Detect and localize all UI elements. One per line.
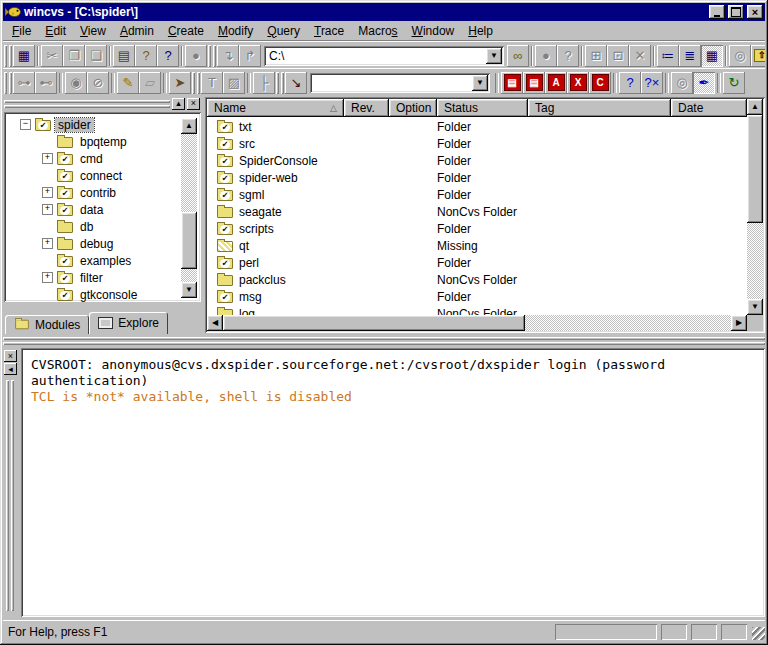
collapse-icon[interactable]: −: [20, 119, 31, 130]
search-icon[interactable]: ◎: [729, 45, 751, 67]
scroll-thumb[interactable]: [223, 315, 525, 331]
panel-close-button[interactable]: ×: [187, 98, 200, 110]
dock-gripper[interactable]: [6, 380, 9, 611]
column-header-status[interactable]: Status: [437, 99, 528, 117]
shell-icon[interactable]: ↘: [285, 72, 307, 94]
add-binary-icon[interactable]: ⊡: [607, 45, 629, 67]
expand-icon[interactable]: +: [42, 204, 53, 215]
menu-item-window[interactable]: Window: [405, 22, 462, 40]
browse-location-icon[interactable]: ∞: [507, 45, 529, 67]
edit-pencil-icon[interactable]: ✎: [117, 72, 139, 94]
refresh-icon[interactable]: ↻: [723, 72, 745, 94]
watch-icon[interactable]: ◉: [65, 72, 87, 94]
dock-gripper[interactable]: [4, 100, 170, 108]
menu-item-help[interactable]: Help: [461, 22, 500, 40]
filter-combo[interactable]: ▼: [310, 73, 490, 93]
file-row-packclus[interactable]: packclusNonCvs Folder: [207, 271, 747, 288]
close-button[interactable]: ×: [747, 5, 763, 19]
image-format-icon[interactable]: ▨: [223, 72, 245, 94]
stop-cvs-icon[interactable]: ●: [535, 45, 557, 67]
tree-item-spider[interactable]: −spider: [6, 116, 199, 133]
cut-icon[interactable]: ✂: [41, 45, 63, 67]
scroll-left-icon[interactable]: ◀: [207, 315, 223, 331]
column-header-rev[interactable]: Rev.: [344, 99, 389, 117]
cvs-log-icon[interactable]: ▤: [523, 72, 545, 94]
console-dock-bar[interactable]: × ◂: [3, 350, 20, 617]
about-help-icon[interactable]: ?: [135, 45, 157, 67]
tree-item-connect[interactable]: connect: [6, 167, 199, 184]
details-view-icon[interactable]: ▦: [701, 45, 723, 67]
menu-item-macros[interactable]: Macros: [351, 22, 404, 40]
text-format-icon[interactable]: T: [201, 72, 223, 94]
file-row-msg[interactable]: msgFolder: [207, 288, 747, 305]
release-icon[interactable]: ➤: [169, 72, 191, 94]
menu-item-create[interactable]: Create: [161, 22, 211, 40]
column-header-tag[interactable]: Tag: [528, 99, 671, 117]
menu-item-file[interactable]: File: [5, 22, 38, 40]
unlock-icon[interactable]: ⊷: [35, 72, 57, 94]
column-header-name[interactable]: Name△: [207, 99, 344, 117]
menu-item-edit[interactable]: Edit: [38, 22, 73, 40]
file-row-perl[interactable]: perlFolder: [207, 254, 747, 271]
add-file-icon[interactable]: ⊞: [585, 45, 607, 67]
tree-item-data[interactable]: +data: [6, 201, 199, 218]
stop-icon[interactable]: ●: [185, 45, 207, 67]
menu-item-query[interactable]: Query: [260, 22, 307, 40]
annotate-view-icon[interactable]: ✒: [693, 72, 715, 94]
file-row-qt[interactable]: qtMissing: [207, 237, 747, 254]
unwatch-icon[interactable]: ⊘: [87, 72, 109, 94]
maximize-button[interactable]: [728, 5, 744, 19]
column-header-option[interactable]: Option: [389, 99, 437, 117]
list-vscrollbar[interactable]: ▲ ▼: [747, 99, 763, 315]
copy-icon[interactable]: ❐: [63, 45, 85, 67]
tree-item-gtkconsole[interactable]: gtkconsole: [6, 286, 199, 302]
cvs-help-icon[interactable]: ?: [557, 45, 579, 67]
console-output[interactable]: CVSROOT: anonymous@cvs.dxspider.sourcefo…: [21, 348, 765, 617]
expand-icon[interactable]: +: [42, 272, 53, 283]
cvs-status-icon[interactable]: X: [567, 72, 589, 94]
tree-item-cmd[interactable]: +cmd: [6, 150, 199, 167]
scroll-thumb[interactable]: [181, 212, 197, 270]
flat-view-icon[interactable]: ≔: [657, 45, 679, 67]
checkout-module-icon[interactable]: ↴: [217, 45, 239, 67]
context-help-icon[interactable]: ?: [157, 45, 179, 67]
menu-item-trace[interactable]: Trace: [307, 22, 351, 40]
scroll-down-icon[interactable]: ▼: [747, 299, 763, 315]
resize-grip[interactable]: [752, 627, 765, 640]
cvs-commit-icon[interactable]: C: [589, 72, 611, 94]
panel-pin-button[interactable]: ▴: [172, 98, 185, 110]
menu-item-modify[interactable]: Modify: [211, 22, 260, 40]
paste-icon[interactable]: ❏: [85, 45, 107, 67]
toolbar-gripper[interactable]: [192, 72, 200, 94]
tree-item-examples[interactable]: examples: [6, 252, 199, 269]
toolbar-gripper[interactable]: [4, 72, 12, 94]
scroll-up-icon[interactable]: ▲: [747, 99, 763, 115]
cvs-annotate-icon[interactable]: A: [545, 72, 567, 94]
toolbar-gripper[interactable]: [4, 45, 12, 67]
list-hscrollbar[interactable]: ◀ ▶: [207, 315, 747, 331]
scroll-right-icon[interactable]: ▶: [731, 315, 747, 331]
menu-item-admin[interactable]: Admin: [113, 22, 161, 40]
cvs-update-icon[interactable]: ▤: [501, 72, 523, 94]
file-row-scripts[interactable]: scriptsFolder: [207, 220, 747, 237]
file-row-sgml[interactable]: sgmlFolder: [207, 186, 747, 203]
minimize-button[interactable]: [709, 5, 725, 19]
file-row-spider-web[interactable]: spider-webFolder: [207, 169, 747, 186]
file-row-txt[interactable]: txtFolder: [207, 118, 747, 135]
chevron-down-icon[interactable]: ▼: [472, 75, 488, 91]
lock-icon[interactable]: ⊶: [13, 72, 35, 94]
console-collapse-button[interactable]: ◂: [4, 363, 17, 375]
tree-item-contrib[interactable]: +contrib: [6, 184, 199, 201]
graph-icon[interactable]: ◎: [671, 72, 693, 94]
import-module-icon[interactable]: ↱: [239, 45, 261, 67]
hierarchy-icon[interactable]: ├: [253, 72, 275, 94]
query-stop-icon[interactable]: ?×: [641, 72, 663, 94]
print-icon[interactable]: ▤: [113, 45, 135, 67]
tree-item-bpqtemp[interactable]: bpqtemp: [6, 133, 199, 150]
unedit-eraser-icon[interactable]: ▱: [139, 72, 161, 94]
menu-item-view[interactable]: View: [73, 22, 113, 40]
expand-icon[interactable]: +: [42, 153, 53, 164]
tree-item-filter[interactable]: +filter: [6, 269, 199, 286]
up-one-level-icon[interactable]: ⇧: [751, 45, 765, 67]
query-help-icon[interactable]: ?: [619, 72, 641, 94]
